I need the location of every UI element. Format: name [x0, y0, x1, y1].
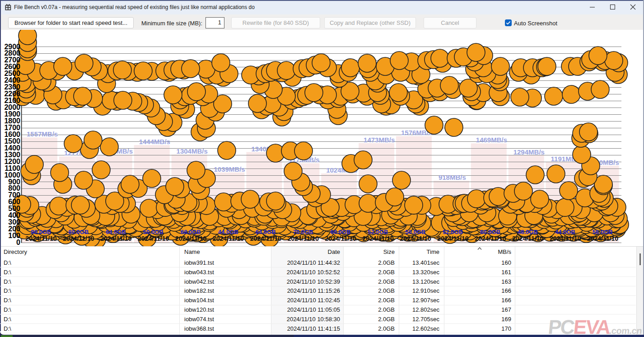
svg-text:700: 700	[8, 191, 20, 199]
svg-text:1200: 1200	[4, 158, 20, 165]
svg-text:2024/11/10: 2024/11/10	[437, 235, 469, 242]
svg-text:64.0GB: 64.0GB	[106, 229, 126, 235]
svg-text:44.0GB: 44.0GB	[218, 229, 238, 235]
svg-text:2024/11/10: 2024/11/10	[213, 235, 244, 242]
svg-text:1300: 1300	[4, 151, 20, 159]
svg-text:2024/11/10: 2024/11/10	[512, 235, 544, 242]
svg-text:2024/11/10: 2024/11/10	[400, 235, 431, 242]
svg-text:2024/11/10: 2024/11/10	[587, 235, 619, 242]
svg-text:2024/11/10: 2024/11/10	[63, 235, 94, 242]
svg-text:2000: 2000	[4, 103, 20, 111]
svg-text:2024/11/10: 2024/11/10	[362, 235, 394, 242]
svg-text:60.0GB: 60.0GB	[331, 229, 351, 235]
svg-text:50.0GB: 50.0GB	[143, 229, 163, 235]
svg-text:2024/11/10: 2024/11/10	[250, 235, 282, 242]
svg-text:500: 500	[8, 205, 20, 212]
svg-text:90.0GB: 90.0GB	[31, 229, 51, 235]
svg-text:1900: 1900	[4, 110, 20, 118]
svg-text:44.0GB: 44.0GB	[555, 229, 575, 235]
svg-text:2024/11/10: 2024/11/10	[138, 235, 169, 242]
svg-text:1304MB/s: 1304MB/s	[177, 147, 208, 155]
svg-text:900: 900	[8, 178, 20, 186]
svg-text:1473MB/s: 1473MB/s	[364, 136, 395, 144]
svg-text:2300: 2300	[4, 83, 20, 91]
svg-text:1800: 1800	[4, 117, 20, 125]
svg-text:1557MB/s: 1557MB/s	[27, 130, 58, 138]
svg-text:2024/11/10: 2024/11/10	[175, 235, 207, 242]
svg-text:300: 300	[8, 218, 20, 226]
svg-text:2024/11/10: 2024/11/10	[25, 235, 57, 242]
svg-text:2024/11/10: 2024/11/10	[475, 235, 506, 242]
svg-text:0: 0	[16, 239, 20, 246]
svg-text:1444MB/s: 1444MB/s	[139, 138, 170, 145]
svg-text:68.0GB: 68.0GB	[181, 229, 201, 235]
svg-text:2800: 2800	[4, 49, 20, 57]
svg-text:2700: 2700	[4, 56, 20, 64]
svg-text:918MB/s: 918MB/s	[439, 173, 466, 181]
svg-text:2900: 2900	[4, 43, 20, 51]
svg-text:2024/11/10: 2024/11/10	[100, 235, 132, 242]
svg-text:2400: 2400	[4, 76, 20, 84]
svg-text:2200: 2200	[4, 90, 20, 98]
svg-text:1000: 1000	[4, 171, 20, 179]
svg-text:800: 800	[8, 184, 20, 192]
svg-text:2024/11/10: 2024/11/10	[288, 235, 319, 242]
svg-text:1469MB/s: 1469MB/s	[476, 136, 507, 144]
svg-text:1294MB/s: 1294MB/s	[513, 148, 545, 156]
svg-text:600: 600	[8, 198, 20, 206]
svg-text:2024/11/10: 2024/11/10	[325, 235, 357, 242]
svg-text:70.0GB: 70.0GB	[293, 229, 313, 235]
svg-text:2600: 2600	[4, 63, 20, 70]
svg-text:50.0GB: 50.0GB	[406, 229, 426, 235]
svg-text:52.0GB: 52.0GB	[368, 229, 388, 235]
svg-text:1700: 1700	[4, 124, 20, 131]
svg-text:1600: 1600	[4, 131, 20, 138]
svg-text:52.0GB: 52.0GB	[443, 229, 463, 235]
svg-text:56.0GB: 56.0GB	[593, 229, 613, 235]
svg-text:100: 100	[8, 232, 20, 239]
svg-text:1400: 1400	[4, 144, 20, 152]
svg-text:60.0GB: 60.0GB	[480, 229, 500, 235]
svg-text:200: 200	[8, 225, 20, 233]
svg-text:80.0GB: 80.0GB	[68, 229, 89, 235]
svg-text:400: 400	[8, 211, 20, 219]
svg-text:48.0GB: 48.0GB	[518, 229, 538, 235]
svg-text:2100: 2100	[4, 97, 20, 104]
svg-text:2500: 2500	[4, 70, 20, 77]
svg-text:2024/11/10: 2024/11/10	[550, 235, 581, 242]
svg-text:1039MB/s: 1039MB/s	[214, 165, 245, 173]
svg-text:1100: 1100	[5, 164, 20, 172]
svg-text:1500: 1500	[4, 137, 20, 145]
svg-text:64.0GB: 64.0GB	[256, 229, 276, 235]
